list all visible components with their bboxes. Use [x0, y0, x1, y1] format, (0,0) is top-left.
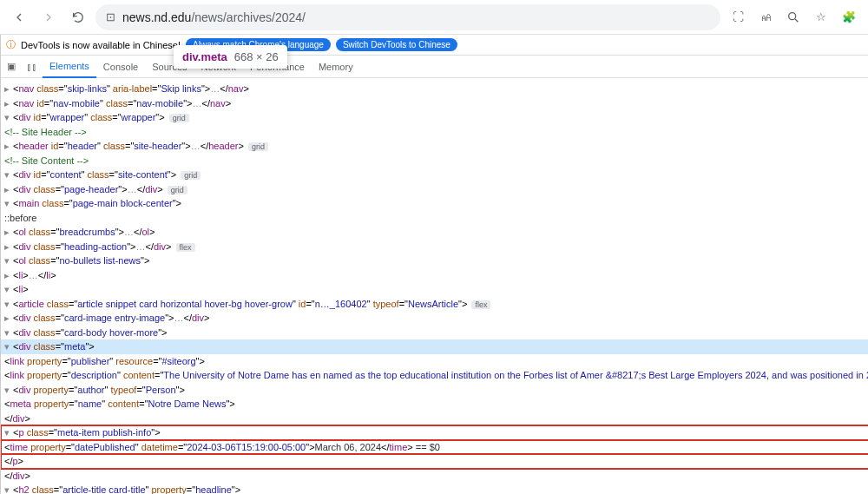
- site-control-icon: ⊡: [106, 10, 115, 23]
- url-text: news.nd.edu/news/archives/2024/: [122, 10, 306, 24]
- svg-point-0: [789, 12, 796, 19]
- reload-button[interactable]: [66, 5, 90, 30]
- extensions-icon[interactable]: 🧩: [837, 5, 861, 30]
- bookmark-icon[interactable]: ☆: [809, 5, 833, 30]
- devtools-panel: ⓘ DevTools is now available in Chinese! …: [0, 35, 868, 494]
- forward-button[interactable]: [36, 5, 61, 30]
- translate-icon[interactable]: 🗚: [753, 5, 778, 30]
- lang-switch-button[interactable]: Switch DevTools to Chinese: [336, 38, 457, 51]
- inspect-element-icon[interactable]: ▣: [1, 61, 22, 72]
- tab-elements[interactable]: Elements: [43, 56, 96, 78]
- tab-memory[interactable]: Memory: [312, 56, 360, 78]
- browser-toolbar: ⊡ news.nd.edu/news/archives/2024/ ⛶ 🗚 ☆ …: [0, 0, 868, 35]
- chrome-actions: ⛶ 🗚 ☆ 🧩: [726, 5, 861, 30]
- info-icon: ⓘ: [6, 38, 16, 51]
- inspect-tooltip: div.meta668 × 26: [174, 45, 287, 69]
- devtools-notice: DevTools is now available in Chinese!: [21, 40, 181, 50]
- tab-console[interactable]: Console: [96, 56, 145, 78]
- screenshot-icon[interactable]: ⛶: [726, 5, 750, 30]
- back-button[interactable]: [7, 5, 31, 30]
- dom-tree[interactable]: ▸<nav class="skip-links" aria-label="Ski…: [1, 78, 868, 494]
- zoom-icon[interactable]: [781, 5, 806, 30]
- devtools-notice-bar: ⓘ DevTools is now available in Chinese! …: [1, 35, 868, 56]
- devtools-tabs: ▣ ⫿⫿ Elements Console Sources Network Pe…: [1, 56, 868, 78]
- device-toolbar-icon[interactable]: ⫿⫿: [22, 62, 43, 72]
- address-bar[interactable]: ⊡ news.nd.edu/news/archives/2024/: [95, 4, 720, 30]
